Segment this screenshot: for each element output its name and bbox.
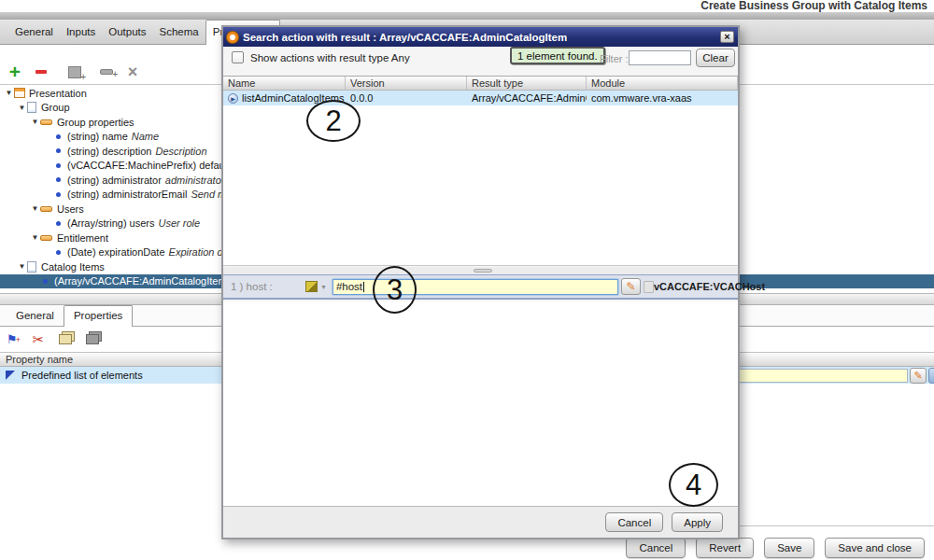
tab-general[interactable]: General [8, 21, 60, 44]
tree-item-label: Users [57, 203, 84, 215]
property-value-input[interactable] [728, 369, 908, 383]
document-icon [27, 261, 36, 273]
tree-item-description: Description [155, 146, 206, 157]
save-and-close-button[interactable]: Save and close [825, 538, 925, 558]
cancel-button[interactable]: Cancel [605, 512, 663, 532]
revert-button[interactable]: Revert [696, 538, 754, 558]
bullet-icon [56, 148, 61, 153]
table-cell: com.vmware.vra-xaas [587, 92, 738, 104]
clear-parameter-icon[interactable] [644, 281, 654, 293]
orchestrator-logo-icon [227, 32, 238, 43]
action-detail-area [223, 301, 738, 506]
tree-item-description: User role [159, 217, 201, 229]
clear-button[interactable]: Clear [696, 49, 735, 67]
result-type-any-checkbox[interactable] [232, 51, 244, 63]
expander-icon[interactable]: ▼ [30, 233, 40, 242]
result-type-any-label: Show actions with result type Any [250, 52, 410, 63]
save-button[interactable]: Save [764, 538, 814, 558]
action-table: NameVersionResult typeModule listAdminCa… [223, 76, 738, 266]
header-band [0, 12, 934, 20]
parameter-row: 1 ) host : ▼ #host vCACCAFE:VCACHost [223, 274, 738, 300]
apply-button[interactable]: Apply [672, 512, 723, 532]
new-step-icon[interactable] [100, 69, 113, 75]
tab-schema[interactable]: Schema [153, 21, 205, 44]
dialog-body: Show actions with result type Any 1 elem… [223, 47, 738, 538]
add-icon[interactable] [8, 64, 21, 79]
annotation-step-4: 4 [669, 463, 718, 507]
column-header[interactable]: Version [346, 77, 467, 90]
tree-item-label: (string) administratorEmail [67, 189, 187, 200]
parameter-type-label: vCACCAFE:VCACHost [654, 281, 767, 292]
new-group-icon[interactable] [68, 66, 81, 78]
column-header[interactable]: Name [223, 77, 346, 90]
splitter-grip-icon[interactable] [474, 269, 492, 273]
action-icon [228, 93, 238, 104]
dialog-splitter[interactable] [223, 267, 738, 274]
value-picker-button[interactable] [928, 368, 934, 384]
annotation-step-2: 2 [306, 100, 361, 142]
column-header[interactable]: Result type [467, 77, 587, 90]
cut-icon[interactable] [32, 332, 45, 347]
text-caret [363, 282, 364, 292]
tab-outputs[interactable]: Outputs [102, 21, 152, 44]
column-header[interactable]: Module [587, 77, 738, 90]
tree-item-label: (string) administrator [67, 175, 162, 186]
close-icon[interactable] [720, 31, 734, 43]
bullet-icon [43, 279, 48, 284]
tree-item-label: Group properties [57, 117, 134, 128]
table-cell: Array/vCACCAFE:AdminC... [467, 92, 587, 104]
bullet-icon [56, 134, 61, 139]
expander-icon[interactable]: ▼ [30, 204, 40, 213]
tree-item-label: Presentation [29, 88, 87, 99]
expander-icon[interactable]: ▼ [4, 89, 14, 97]
bullet-icon [56, 250, 61, 255]
section-icon [40, 206, 52, 212]
tree-item-label: (Date) expirationDate [67, 246, 165, 258]
elements-found-badge: 1 element found. [510, 47, 605, 64]
chevron-down-icon[interactable]: ▼ [320, 284, 327, 290]
section-icon [40, 235, 52, 241]
search-action-dialog: Search action with result : Array/vCACCA… [221, 25, 740, 539]
action-table-rows: listAdminCatalogItems0.0.0Array/vCACCAFE… [223, 91, 738, 105]
paste-icon[interactable] [86, 334, 99, 344]
copy-icon[interactable] [59, 334, 72, 344]
add-property-icon[interactable] [7, 332, 21, 347]
tree-item-label: (vCACCAFE:MachinePrefix) defaultMa [67, 160, 245, 171]
cell-text: 0.0.0 [350, 92, 373, 104]
expander-icon[interactable]: ▼ [17, 104, 27, 112]
cancel-button[interactable]: Cancel [626, 538, 686, 558]
table-cell: 0.0.0 [346, 92, 467, 104]
tree-item-label: (Array/vCACCAFE:AdminCatalogItem) cat [54, 275, 247, 287]
tree-item-label: Catalog Items [41, 261, 105, 273]
expander-icon[interactable]: ▼ [17, 262, 27, 271]
edit-parameter-button[interactable] [621, 278, 641, 295]
action-table-row[interactable]: listAdminCatalogItems0.0.0Array/vCACCAFE… [223, 91, 738, 105]
bullet-icon [56, 177, 61, 182]
filter-input[interactable] [629, 50, 691, 65]
tree-item-description: administrator [165, 175, 225, 186]
annotation-step-3: 3 [373, 266, 417, 314]
bottom-tab-properties[interactable]: Properties [64, 305, 133, 327]
bottom-tab-general[interactable]: General [7, 306, 64, 326]
delete-icon[interactable] [126, 64, 139, 79]
value-source-icon[interactable] [305, 281, 318, 292]
property-row-label: Predefined list of elements [21, 370, 143, 381]
filter-label: Filter : [600, 53, 629, 64]
bullet-icon [56, 192, 61, 197]
document-icon [27, 102, 36, 113]
parameter-label: 1 ) host : [231, 281, 298, 292]
parameter-value-text: #host [336, 281, 362, 292]
tree-item-label: (string) name [67, 131, 128, 142]
dialog-titlebar[interactable]: Search action with result : Array/vCACCA… [223, 27, 738, 47]
bullet-icon [56, 163, 61, 168]
section-icon [40, 119, 52, 125]
footer-button-bar: CancelRevertSaveSave and close [626, 538, 925, 558]
expander-icon[interactable]: ▼ [30, 118, 40, 126]
action-table-header: NameVersionResult typeModule [223, 77, 738, 91]
tab-inputs[interactable]: Inputs [60, 21, 102, 44]
workflow-title: Create Business Group with Catalog Items [700, 0, 927, 12]
dialog-footer: Cancel Apply [223, 506, 738, 538]
bullet-icon [56, 221, 61, 226]
edit-value-button[interactable] [910, 368, 927, 384]
remove-icon[interactable] [35, 64, 48, 79]
